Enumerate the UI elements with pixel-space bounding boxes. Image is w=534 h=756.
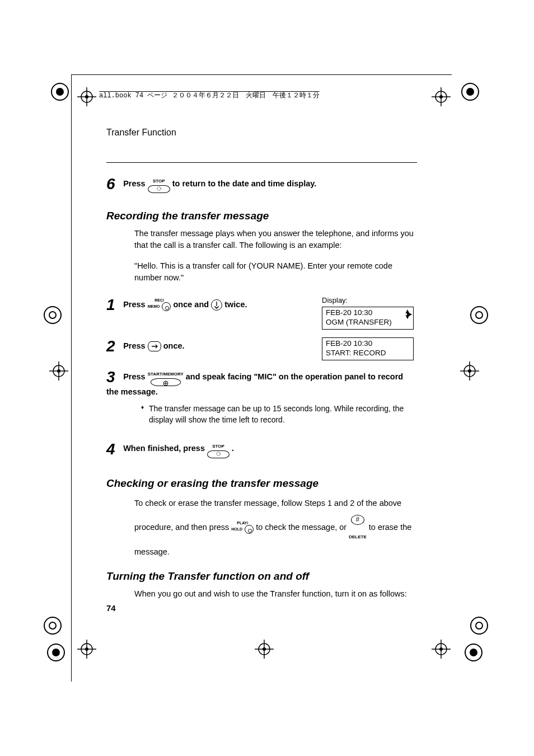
section-title: Transfer Function — [106, 128, 176, 138]
svg-point-27 — [439, 647, 443, 651]
registration-ring-icon — [51, 83, 69, 101]
registration-ring-icon — [47, 644, 65, 661]
play-hold-button-icon: PLAY/ HOLD — [231, 522, 254, 534]
text: twice. — [224, 300, 247, 309]
heading-checking: Checking or erasing the transfer message — [106, 477, 417, 490]
text: once and — [173, 300, 211, 309]
step-3: 3 Press START/MEMORY and speak facing "M… — [106, 368, 417, 426]
svg-point-29 — [217, 452, 220, 456]
oval-button-icon — [207, 450, 229, 458]
oval-button-icon — [151, 378, 181, 386]
svg-point-3 — [85, 95, 88, 98]
registration-ring-icon — [470, 306, 488, 324]
text: . — [232, 444, 234, 453]
text: Press — [123, 372, 148, 381]
stop-button-icon: STOP — [148, 175, 170, 193]
lcd-display: FEB-20 10:30 OGM (TRANSFER) ▲▼▶ — [322, 307, 414, 330]
stop-button-icon: STOP — [207, 440, 229, 458]
step-text: Press once. — [123, 341, 184, 350]
registration-ring-icon — [461, 83, 479, 101]
step-text: Press STOP to return to the date and tim… — [123, 179, 316, 188]
step-2: 2 Press once. FEB-20 10:30 START: RECORD — [106, 337, 417, 360]
button-label: STOP — [212, 444, 224, 449]
lcd-display: FEB-20 10:30 START: RECORD — [322, 337, 414, 360]
start-memory-button-icon: START/MEMORY — [148, 368, 184, 386]
text: To check or erase the transfer message, … — [134, 499, 401, 508]
rec-memo-button-icon: REC/ MEMO — [148, 299, 171, 311]
hash-button-icon: # — [351, 515, 364, 525]
step-4: 4 When finished, press STOP . — [106, 440, 417, 458]
button-label: PLAY/ — [237, 521, 248, 525]
lcd-line: FEB-20 10:30 — [326, 339, 410, 349]
svg-point-11 — [57, 369, 60, 373]
registration-ring-icon — [44, 617, 62, 635]
step-number: 2 — [106, 337, 121, 355]
paragraph: When you go out and wish to use the Tran… — [134, 588, 417, 600]
book-header-text: all.book 74 ページ ２００４年６月２２日 火曜日 午後１２時１分 — [99, 92, 320, 100]
frame-line — [71, 74, 72, 682]
step-number: 3 — [106, 368, 121, 386]
oval-button-icon — [245, 525, 254, 534]
page: all.book 74 ページ ２００４年６月２２日 火曜日 午後１２時１分 T… — [0, 0, 534, 756]
svg-point-23 — [263, 647, 266, 651]
heading-turning: Turning the Transfer function on and off — [106, 570, 417, 583]
crosshair-icon — [255, 640, 274, 659]
display-label: Display: — [322, 296, 417, 304]
svg-point-7 — [439, 95, 443, 98]
step-text: When finished, press STOP . — [123, 444, 234, 453]
page-number: 74 — [106, 603, 116, 613]
crosshair-icon — [432, 87, 451, 106]
step-text: Press START/MEMORY and speak facing "MIC… — [106, 372, 403, 396]
lcd-line: START: RECORD — [326, 349, 410, 358]
mic-button-icon — [211, 299, 222, 311]
text: Press — [123, 179, 148, 188]
divider — [106, 162, 417, 163]
button-label: REC/ — [154, 298, 164, 302]
registration-ring-icon — [470, 617, 488, 635]
updown-arrows-icon: ▲▼▶ — [404, 308, 411, 320]
step-text: Press REC/ MEMO once and twice. — [123, 300, 247, 309]
registration-ring-icon — [44, 306, 62, 324]
crosshair-icon — [460, 361, 479, 381]
book-header: all.book 74 ページ ２００４年６月２２日 火曜日 午後１２時１分 — [99, 91, 320, 100]
crosshair-icon — [77, 640, 96, 659]
lcd-line: OGM (TRANSFER) — [326, 318, 410, 327]
crosshair-icon — [49, 361, 68, 381]
crosshair-icon — [77, 87, 96, 106]
oval-button-icon — [162, 302, 171, 311]
text: Press — [123, 341, 148, 350]
oval-button-icon — [148, 185, 170, 193]
step-number: 1 — [106, 296, 121, 314]
svg-point-15 — [468, 369, 471, 373]
paragraph: "Hello. This is a transfer call for (YOU… — [134, 260, 417, 284]
button-label: HOLD — [231, 527, 242, 531]
button-label: STOP — [153, 179, 165, 184]
lcd-line: FEB-20 10:30 — [326, 308, 410, 318]
text: procedure, and then press — [134, 523, 231, 532]
heading-recording: Recording the transfer message — [106, 210, 417, 222]
step-1: 1 Press REC/ MEMO once and twice. — [106, 296, 417, 330]
step-6: 6 Press STOP to return to the date and t… — [106, 175, 417, 193]
button-label: MEMO — [148, 304, 160, 308]
crosshair-icon — [432, 640, 451, 659]
button-label: START/MEMORY — [148, 372, 184, 377]
paragraph: To check or erase the transfer message, … — [134, 495, 417, 560]
svg-point-19 — [85, 647, 88, 651]
delete-hash-button-icon: # DELETE — [349, 511, 367, 544]
step-number: 4 — [106, 440, 121, 458]
text: to erase — [369, 523, 400, 532]
right-arrow-button-icon — [148, 341, 161, 351]
text: to check the message, or — [256, 523, 349, 532]
bullet-text: The transfer message can be up to 15 sec… — [141, 403, 417, 426]
text: once. — [163, 341, 185, 350]
step-number: 6 — [106, 175, 121, 193]
text: Press — [123, 300, 148, 309]
content-area: 6 Press STOP to return to the date and t… — [106, 162, 417, 600]
registration-ring-icon — [465, 644, 483, 661]
text: When finished, press — [123, 444, 207, 453]
frame-line — [71, 74, 452, 75]
text: to return to the date and time display. — [172, 179, 317, 188]
svg-point-28 — [157, 187, 161, 190]
button-label: DELETE — [349, 534, 367, 539]
paragraph: The transfer message plays when you answ… — [134, 228, 417, 251]
